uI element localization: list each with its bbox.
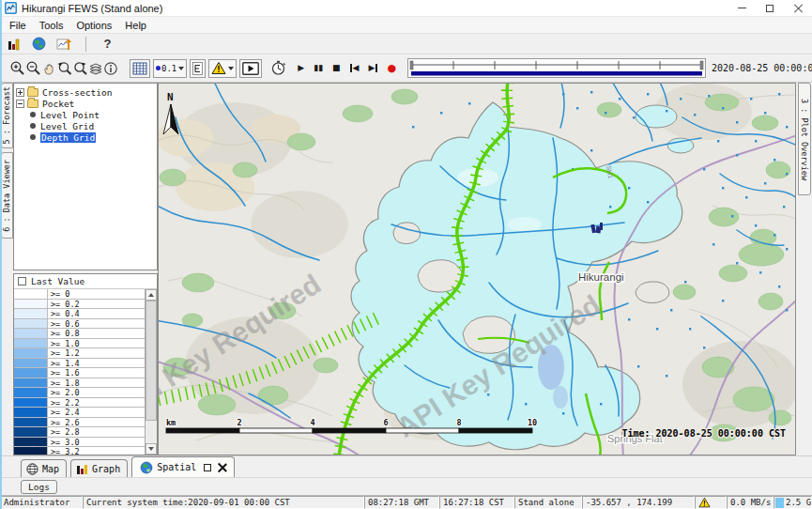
tree-item-level-point[interactable]: Level Point <box>16 109 155 120</box>
animation-timer-button[interactable] <box>270 58 286 78</box>
scroll-down-button[interactable] <box>146 443 157 455</box>
legend-row: >= 1.8 <box>14 378 145 389</box>
scroll-up-button[interactable] <box>146 289 157 301</box>
legend-color-swatch <box>14 348 48 358</box>
logs-tab[interactable]: Logs <box>21 480 57 494</box>
collapse-icon[interactable] <box>16 100 24 108</box>
legend-row-label: >= 2.6 <box>48 418 145 427</box>
spatial-display-button[interactable] <box>54 34 74 54</box>
step-back-button[interactable]: ◀ <box>350 64 360 72</box>
legend-color-swatch <box>14 339 48 348</box>
globe-icon <box>32 37 46 51</box>
tab-spatial[interactable]: Spatial <box>131 456 235 477</box>
main-toolbar: ? <box>0 34 812 54</box>
spatial-map-view[interactable]: API Key Required API Key Required Hikura… <box>158 83 796 455</box>
legend-row: >= 0.4 <box>14 309 145 319</box>
legend-row-label: >= 2.8 <box>48 427 145 437</box>
data-viewer-panel: Cross-section Pocket Level Point Level G… <box>13 83 158 455</box>
legend-color-swatch <box>14 398 48 408</box>
tab-plot-overview[interactable]: 3 : Plot Overview <box>798 83 811 195</box>
info-button[interactable] <box>103 58 118 78</box>
legend-color-swatch <box>14 329 48 338</box>
legend-color-swatch <box>14 368 48 378</box>
tree-item-depth-grid[interactable]: Depth Grid <box>16 131 155 143</box>
animation-panel-button[interactable] <box>239 59 262 78</box>
menu-item-file[interactable]: File <box>3 19 33 32</box>
legend-color-swatch <box>14 378 48 388</box>
legend-row-label: >= 3.0 <box>48 438 145 447</box>
pan-button[interactable] <box>41 58 56 78</box>
grid-display-button[interactable] <box>130 59 150 78</box>
play-button[interactable]: ▶ <box>298 64 304 72</box>
status-memory: 2.5 GB <box>774 496 812 509</box>
tree-item-label: Pocket <box>42 99 74 109</box>
window-title: Hikurangi FEWS (Stand alone) <box>22 3 162 14</box>
legend-row-label: >= 1.2 <box>48 348 145 358</box>
legend-color-swatch <box>14 388 48 397</box>
window-edge-accent <box>0 0 2 509</box>
status-download-rate: 0.0 MB/s <box>727 496 774 509</box>
legend-button[interactable] <box>190 59 206 78</box>
tab-map-label: Map <box>42 464 59 474</box>
svg-text:10: 10 <box>528 418 537 427</box>
tree-item-pocket[interactable]: Pocket <box>16 98 155 109</box>
help-button[interactable]: ? <box>98 34 117 54</box>
legend-row-label: >= 1.6 <box>48 368 145 378</box>
last-value-checkbox[interactable] <box>18 277 26 285</box>
thresholds-dropdown[interactable] <box>208 59 237 78</box>
zoom-in-button[interactable] <box>9 58 25 78</box>
tab-graph[interactable]: Graph <box>70 459 128 477</box>
legend-scrollbar[interactable] <box>145 289 157 455</box>
folder-icon <box>27 88 38 97</box>
statistics-button[interactable] <box>4 34 23 54</box>
expand-icon[interactable] <box>16 88 24 97</box>
tab-map[interactable]: Map <box>21 459 67 477</box>
menu-item-tools[interactable]: Tools <box>33 19 70 32</box>
legend-color-swatch <box>14 418 48 427</box>
stop-button[interactable]: ■ <box>332 64 341 72</box>
close-button[interactable] <box>784 0 812 16</box>
maximize-button[interactable] <box>756 0 784 16</box>
contour-interval-dropdown[interactable]: 0.1 <box>153 59 187 78</box>
help-icon: ? <box>100 37 115 51</box>
tab-maximize-icon[interactable] <box>204 464 211 471</box>
bar-chart-icon <box>7 37 22 52</box>
zoom-next-button[interactable] <box>72 58 88 78</box>
legend-color-swatch <box>14 408 48 417</box>
legend-row-label: >= 0.8 <box>48 329 145 338</box>
legend-row: >= 1.6 <box>14 368 145 378</box>
legend-color-swatch <box>14 309 48 318</box>
time-slider[interactable] <box>407 58 706 78</box>
zoom-previous-button[interactable] <box>56 58 72 78</box>
step-forward-button[interactable]: ▶ <box>369 64 378 72</box>
scroll-track[interactable] <box>146 301 157 443</box>
scroll-thumb[interactable] <box>146 301 157 421</box>
svg-text:N: N <box>167 91 174 103</box>
layers-button[interactable] <box>88 58 103 78</box>
spatial-display-icon <box>56 37 72 52</box>
tab-data-viewer[interactable]: 6 : Data Viewer <box>1 152 13 239</box>
arrow-up-icon <box>148 293 154 297</box>
last-value-row: Last Value <box>14 274 157 289</box>
legend-row: >= 2.8 <box>14 427 145 438</box>
tab-forecast[interactable]: 5 : Forecast <box>1 83 13 148</box>
map-display-button[interactable] <box>29 34 49 54</box>
left-tab-strip: 5 : Forecast 6 : Data Viewer <box>0 83 13 455</box>
menu-item-help[interactable]: Help <box>118 19 153 32</box>
record-button[interactable]: ● <box>387 63 396 73</box>
legend-row-label: >= 3.2 <box>48 447 145 455</box>
tree-item-level-grid[interactable]: Level Grid <box>16 120 155 131</box>
minimize-button[interactable] <box>728 0 756 16</box>
node-bullet-icon <box>30 123 36 129</box>
pause-button[interactable]: ▮▮ <box>314 64 323 72</box>
legend-body: >= 0 >= 0.2 >= 0.4 >= 0.6 >= 0.8 >= 1.0 … <box>14 289 157 455</box>
current-time-label: 2020-08-25 00:00:00 CST <box>712 63 812 73</box>
tree-item-cross-section[interactable]: Cross-section <box>16 86 155 98</box>
menu-item-options[interactable]: Options <box>69 19 118 32</box>
tab-close-icon[interactable] <box>218 463 226 471</box>
legend-row: >= 3.0 <box>14 438 145 448</box>
minimize-icon <box>738 8 746 8</box>
zoom-out-button[interactable] <box>25 58 41 78</box>
legend-color-swatch <box>14 289 48 299</box>
grid-icon <box>132 62 147 75</box>
